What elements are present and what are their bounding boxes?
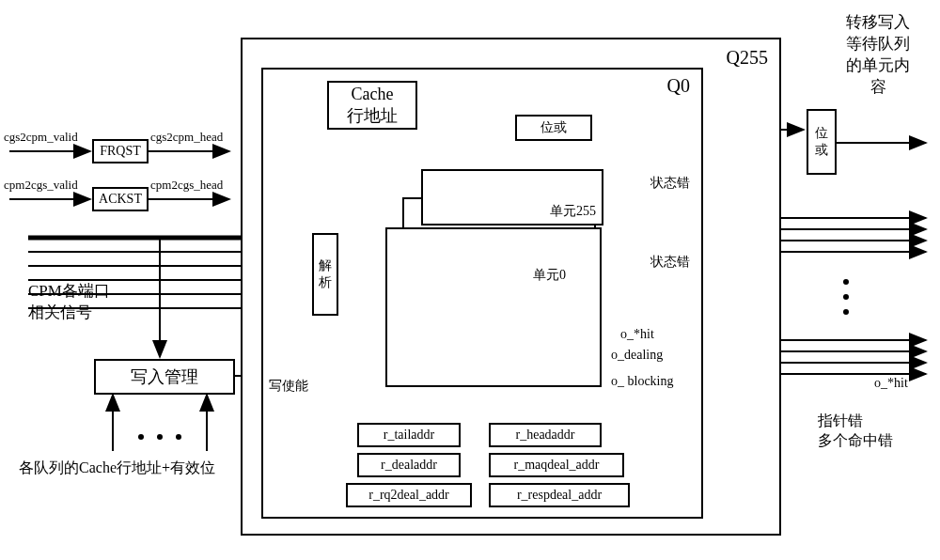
ptr-err-label: 指针错 多个命中错 (818, 412, 893, 451)
svg-point-50 (843, 279, 849, 285)
r-dealaddr-box: r_dealaddr (357, 453, 461, 477)
r-tailaddr-box: r_tailaddr (357, 423, 461, 447)
write-enable-label: 写使能 (269, 378, 308, 395)
svg-point-52 (843, 309, 849, 315)
svg-point-23 (176, 434, 181, 440)
q255-label: Q255 (727, 47, 768, 69)
state-err-2-label: 状态错 (650, 254, 690, 271)
o-dealing-label: o_dealing (611, 348, 663, 363)
unit0-label: 单元0 (533, 267, 566, 284)
svg-point-21 (138, 434, 144, 440)
cpm2cgs-head-label: cpm2cgs_head (150, 178, 223, 193)
cpm-ports-label: CPM各端口 相关信号 (28, 280, 110, 323)
r-respdeal-addr-box: r_respdeal_addr (489, 483, 630, 507)
queue-addr-label: 各队列的Cache行地址+有效位 (19, 459, 215, 478)
cgs2cpm-head-label: cgs2cpm_head (150, 130, 223, 145)
bit-or-inner-box: 位或 (515, 115, 592, 141)
q0-label: Q0 (667, 75, 690, 97)
cache-line-addr-box: Cache 行地址 (327, 81, 417, 130)
r-maqdeal-addr-box: r_maqdeal_addr (489, 453, 624, 477)
svg-point-51 (843, 294, 849, 300)
frqst-box: FRQST (92, 139, 149, 163)
cpm2cgs-valid-label: cpm2cgs_valid (4, 178, 78, 193)
r-rq2deal-addr-box: r_rq2deal_addr (346, 483, 472, 507)
o-hit-out-label: o_*hit (874, 376, 908, 391)
r-headaddr-box: r_headaddr (489, 423, 602, 447)
transfer-label: 转移写入 等待队列 的单元内 容 (846, 11, 910, 98)
state-err-1-label: 状态错 (650, 175, 690, 192)
parse-box: 解 析 (312, 233, 338, 316)
o-blocking-label: o_ blocking (611, 374, 674, 389)
svg-point-22 (157, 434, 163, 440)
write-mgmt-box: 写入管理 (94, 359, 235, 395)
cgs2cpm-valid-label: cgs2cpm_valid (4, 130, 78, 145)
unit255-label: 单元255 (550, 203, 596, 220)
ackst-box: ACKST (92, 187, 149, 211)
bit-or-outer-box: 位 或 (807, 109, 837, 175)
unit0-box: 单元0 (385, 227, 602, 387)
o-hit-label: o_*hit (620, 327, 654, 342)
unit255-box: 单元255 (421, 169, 603, 226)
